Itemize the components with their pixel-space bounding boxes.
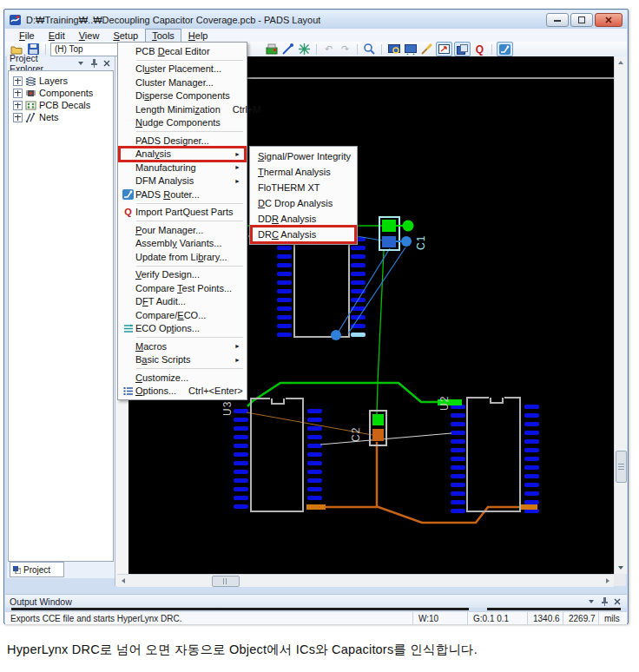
pin-icon (90, 59, 98, 68)
menu-item-eco-options[interactable]: ECO Options... (119, 322, 246, 336)
close-icon (614, 598, 621, 605)
menu-file[interactable]: File (12, 29, 42, 43)
menu-item-pcb-decal-editor[interactable]: PCB Decal Editor (119, 44, 246, 58)
output-menu-button[interactable] (586, 596, 596, 607)
project-tree: Layers Components PCB Decals Nets (8, 70, 114, 562)
layers-toggle-button[interactable] (264, 43, 279, 56)
vertical-scrollbar[interactable] (614, 56, 627, 574)
minimize-icon (554, 16, 561, 23)
redo-button[interactable]: ↷ (338, 43, 352, 56)
menu-item-dfm-analysis[interactable]: DFM Analysis► (119, 175, 246, 188)
menu-separator (136, 337, 243, 338)
menu-item-analysis[interactable]: Analysis► (119, 148, 246, 161)
scroll-up-button[interactable] (615, 56, 627, 69)
menu-item-cluster-placement[interactable]: Cluster Placement... (119, 63, 246, 76)
panel-pin-button[interactable] (89, 58, 99, 69)
menu-help[interactable]: Help (181, 29, 215, 43)
ic-u2[interactable] (467, 396, 520, 511)
project-tab[interactable]: Project (10, 562, 64, 577)
titlebar[interactable]: D:₩Training₩..₩Decoupling Capacitor Cove… (5, 10, 627, 30)
menu-item-pour-manager[interactable]: Pour Manager... (119, 223, 246, 237)
menu-item-dft-audit[interactable]: DFT Audit... (119, 295, 246, 309)
partquest-icon: Q (124, 207, 132, 217)
tree-item-nets[interactable]: Nets (9, 111, 113, 123)
router-button[interactable] (497, 42, 513, 56)
expand-icon[interactable] (13, 113, 23, 122)
tree-item-pcb-decals[interactable]: PCB Decals (9, 99, 113, 111)
menu-item-pads-router[interactable]: PADS Router... (119, 188, 246, 201)
menu-item-ddr-analysis[interactable]: DDR Analysis (251, 211, 356, 227)
submenu-arrow-icon: ► (234, 343, 240, 349)
menu-item-thermal-analysis[interactable]: Thermal Analysis (251, 164, 356, 180)
output-pin-button[interactable] (599, 596, 609, 607)
menu-item-basic-scripts[interactable]: Basic Scripts► (119, 353, 246, 367)
menu-item-nudge-components[interactable]: Nudge Components (119, 116, 246, 130)
ic-u1[interactable] (248, 232, 349, 337)
scroll-left-button[interactable] (117, 575, 129, 587)
board-copy-icon (457, 44, 468, 55)
status-x-coordinate: 1340.6 (527, 612, 563, 624)
menu-view[interactable]: View (72, 29, 107, 43)
scroll-right-button[interactable] (602, 575, 614, 587)
undo-button[interactable]: ↶ (321, 43, 336, 56)
status-y-coordinate: 2269.7 (563, 612, 598, 624)
new-window-button[interactable] (436, 42, 452, 56)
menu-item-dc-drop-analysis[interactable]: DC Drop Analysis (251, 195, 356, 211)
ic-u3[interactable] (251, 397, 303, 511)
output-close-button[interactable] (612, 596, 623, 607)
menu-item-signal-power-integrity[interactable]: Signal/Power Integrity (251, 148, 356, 164)
menu-item-macros[interactable]: Macros► (119, 339, 246, 353)
expand-icon[interactable] (13, 76, 23, 86)
refresh-view-button[interactable] (403, 43, 418, 56)
expand-icon[interactable] (13, 89, 23, 98)
menu-item-verify-design[interactable]: Verify Design... (119, 268, 246, 282)
menu-tools-label: Tools (152, 30, 175, 41)
menu-item-manufacturing[interactable]: Manufacturing► (119, 161, 246, 175)
board-view-button[interactable] (386, 43, 401, 56)
menu-edit[interactable]: Edit (42, 29, 72, 43)
menu-item-import-partquest[interactable]: QImport PartQuest Parts (119, 206, 246, 220)
output-splitter[interactable] (487, 608, 621, 610)
close-button[interactable] (595, 13, 623, 27)
horizontal-scroll-thumb[interactable] (212, 576, 240, 587)
partquest-button[interactable]: Q (472, 43, 487, 56)
output-window-header[interactable]: Output Window (5, 594, 627, 608)
tree-item-components[interactable]: Components (9, 87, 113, 99)
menu-item-compare-eco[interactable]: Compare/ECO... (119, 308, 246, 322)
minimize-button[interactable] (546, 13, 569, 27)
menu-item-drc-analysis[interactable]: DRC Analysis (251, 227, 356, 242)
menu-separator (136, 60, 243, 61)
components-icon (25, 89, 36, 98)
menu-item-compare-test-points[interactable]: Compare Test Points... (119, 281, 246, 295)
add-route-button[interactable] (280, 43, 295, 56)
menu-item-customize[interactable]: Customize... (119, 371, 246, 385)
menu-item-cluster-manager[interactable]: Cluster Manager... (119, 76, 246, 89)
menu-item-update-from-library[interactable]: Update from Library... (119, 250, 246, 264)
vertical-scroll-thumb[interactable] (616, 451, 627, 483)
menu-item-pads-designer[interactable]: PADS Designer... (119, 134, 246, 148)
panel-close-button[interactable] (102, 58, 112, 69)
menu-item-length-minimization[interactable]: Length MinimizationCtrl+M (119, 102, 246, 116)
optimize-button[interactable] (297, 43, 312, 56)
menu-separator (136, 203, 243, 204)
menu-file-label: File (19, 30, 35, 41)
menu-setup-label: Setup (113, 30, 138, 41)
output-splitter[interactable] (11, 608, 469, 610)
menu-tools[interactable]: Tools (145, 29, 181, 43)
menu-item-assembly-variants[interactable]: Assembly Variants... (119, 237, 246, 251)
menu-item-disperse-components[interactable]: Disperse Components (119, 89, 246, 103)
panel-menu-button[interactable] (76, 58, 86, 69)
capacitor-c1[interactable] (379, 217, 414, 250)
cleanup-button[interactable] (419, 43, 434, 56)
scroll-down-button[interactable] (615, 562, 627, 574)
horizontal-scrollbar[interactable] (117, 574, 614, 587)
menu-item-options[interactable]: Options...Ctrl+<Enter> (119, 385, 246, 399)
expand-icon[interactable] (13, 101, 23, 110)
menu-separator (136, 368, 243, 369)
menu-item-flotherm-xt[interactable]: FloTHERM XT (251, 180, 356, 195)
tree-item-layers[interactable]: Layers (9, 75, 113, 87)
maximize-button[interactable] (570, 13, 593, 27)
copy-board-button[interactable] (454, 42, 471, 56)
zoom-button[interactable] (362, 43, 377, 56)
menu-setup[interactable]: Setup (106, 29, 145, 43)
